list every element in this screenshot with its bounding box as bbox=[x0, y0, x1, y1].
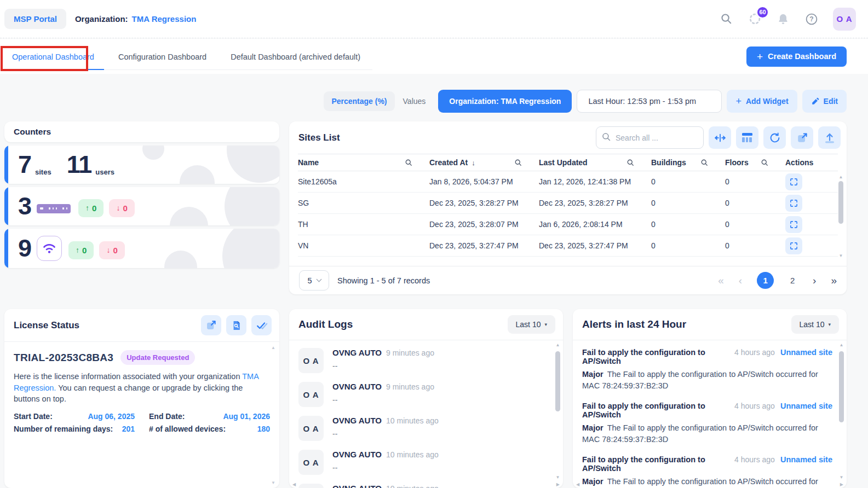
page-size-select[interactable]: 5 bbox=[299, 270, 329, 291]
alert-site-link[interactable]: Unnamed site bbox=[775, 402, 832, 410]
expand-icon bbox=[789, 241, 798, 251]
end-date-label: End Date: bbox=[149, 412, 185, 421]
scroll-down-icon[interactable]: ▼ bbox=[556, 475, 560, 480]
site-updated-cell: Dec 23, 2025, 3:27:47 PM bbox=[539, 235, 651, 257]
switches-count: 3 bbox=[18, 195, 31, 218]
counter-card-access-points[interactable]: 9 ↑0 ↓0 bbox=[4, 229, 279, 268]
sites-table-scrollbar[interactable]: ▲ ▼ bbox=[838, 175, 844, 258]
scroll-down-icon[interactable]: ▼ bbox=[840, 475, 844, 480]
user-avatar[interactable]: O A bbox=[833, 8, 856, 31]
organization-filter-button[interactable]: Organization: TMA Regression bbox=[438, 90, 572, 113]
scroll-up-icon[interactable]: ▲ bbox=[840, 343, 844, 347]
alert-message: MajorThe Fail to apply the configuration… bbox=[582, 422, 820, 445]
tab-operational-dashboard[interactable]: Operational Dashboard bbox=[0, 45, 106, 69]
audit-avatar: O A bbox=[298, 484, 324, 488]
open-external-button[interactable] bbox=[791, 126, 813, 149]
expand-site-button[interactable] bbox=[785, 173, 802, 190]
scroll-up-icon[interactable]: ▲ bbox=[839, 175, 843, 179]
column-header-last-updated[interactable]: Last Updated bbox=[539, 154, 651, 171]
scroll-down-icon[interactable]: ▼ bbox=[271, 480, 275, 485]
switches-down-badge: ↓0 bbox=[109, 199, 134, 217]
msp-portal-button[interactable]: MSP Portal bbox=[4, 9, 66, 29]
column-search-icon[interactable] bbox=[761, 159, 769, 167]
alert-site-link[interactable]: Unnamed site bbox=[775, 455, 832, 464]
last-page-button[interactable]: » bbox=[831, 275, 837, 286]
site-actions-cell bbox=[785, 235, 838, 257]
column-search-icon[interactable] bbox=[700, 159, 709, 167]
alert-severity: Major bbox=[582, 423, 603, 432]
column-header-buildings[interactable]: Buildings bbox=[651, 154, 725, 171]
expand-site-button[interactable] bbox=[785, 216, 802, 233]
audit-user-name: OVNG AUTO bbox=[332, 416, 382, 425]
time-range-picker[interactable]: Last Hour: 12:53 pm - 1:53 pm bbox=[577, 90, 722, 113]
tab-default-dashboard[interactable]: Default Dashboard (archived default) bbox=[219, 45, 372, 69]
page-number-button[interactable]: 1 bbox=[757, 272, 774, 289]
export-button[interactable] bbox=[818, 126, 841, 149]
site-updated-cell: Jan 6, 2026, 2:08:14 PM bbox=[539, 214, 651, 235]
sites-search-input[interactable] bbox=[596, 126, 704, 149]
organization-name-link[interactable]: TMA Regression bbox=[132, 14, 197, 24]
counter-card-switches[interactable]: 3 ↑0 ↓0 bbox=[4, 187, 279, 225]
audit-timestamp: 10 minutes ago bbox=[386, 484, 439, 488]
site-row: SGDec 23, 2025, 3:28:27 PMDec 23, 2025, … bbox=[298, 193, 838, 214]
alert-message: MajorThe Fail to apply the configuration… bbox=[582, 476, 820, 488]
site-name-cell: Site12605a bbox=[298, 171, 429, 193]
column-search-icon[interactable] bbox=[405, 159, 413, 167]
audit-timestamp: 9 minutes ago bbox=[386, 382, 434, 391]
audit-log-entry: O AOVNG AUTO10 minutes ago-- bbox=[298, 450, 549, 475]
scroll-down-icon[interactable]: ▼ bbox=[839, 254, 843, 258]
license-approve-button[interactable] bbox=[251, 315, 272, 335]
tab-configuration-dashboard[interactable]: Configuration Dashboard bbox=[106, 45, 219, 69]
sort-desc-icon[interactable]: ↓ bbox=[472, 159, 475, 167]
site-created-cell: Dec 23, 2025, 3:27:47 PM bbox=[429, 235, 539, 257]
first-page-button[interactable]: « bbox=[718, 275, 724, 286]
alerts-scrollbar[interactable]: ▲ ▼ bbox=[838, 343, 844, 480]
caret-down-icon: ▾ bbox=[828, 322, 831, 327]
audit-detail: -- bbox=[332, 463, 439, 472]
sites-count: 7 bbox=[18, 154, 31, 176]
column-header-created-at[interactable]: Created At↓ bbox=[429, 154, 539, 171]
values-toggle[interactable]: Values bbox=[400, 91, 429, 111]
site-actions-cell bbox=[785, 171, 838, 193]
previous-page-button[interactable]: ‹ bbox=[739, 275, 742, 286]
alerts-range-filter[interactable]: Last 10▾ bbox=[791, 315, 839, 334]
column-search-icon[interactable] bbox=[626, 159, 635, 167]
percentage-toggle[interactable]: Percentage (%) bbox=[324, 91, 394, 111]
license-review-document-button[interactable] bbox=[226, 315, 246, 335]
manage-columns-button[interactable] bbox=[736, 126, 758, 149]
next-page-button[interactable]: › bbox=[813, 275, 816, 286]
column-search-icon[interactable] bbox=[514, 159, 522, 167]
column-header-floors[interactable]: Floors bbox=[725, 154, 785, 171]
counter-card-sites-users[interactable]: 7 sites 11 users bbox=[4, 146, 279, 184]
license-open-external-button[interactable] bbox=[201, 315, 221, 335]
fit-columns-button[interactable] bbox=[709, 126, 731, 149]
create-dashboard-button[interactable]: + Create Dashboard bbox=[746, 47, 847, 67]
audit-scrollbar[interactable]: ▲ ▼ bbox=[555, 343, 561, 480]
audit-log-entry: O AOVNG AUTO10 minutes ago-- bbox=[298, 416, 549, 441]
refresh-button[interactable] bbox=[763, 126, 786, 149]
bell-icon[interactable] bbox=[776, 12, 790, 26]
page-number-button[interactable]: 2 bbox=[787, 276, 798, 285]
remaining-days-value: 201 bbox=[122, 425, 135, 433]
sync-spinner-icon[interactable]: 60 bbox=[748, 12, 762, 26]
search-icon[interactable] bbox=[719, 12, 733, 26]
scroll-up-icon[interactable]: ▲ bbox=[271, 345, 275, 350]
expand-site-button[interactable] bbox=[785, 195, 802, 212]
alert-site-link[interactable]: Unnamed site bbox=[775, 348, 832, 357]
license-details: Start Date:Aug 06, 2025 End Date:Aug 01,… bbox=[14, 412, 270, 433]
add-widget-button[interactable]: + Add Widget bbox=[727, 90, 797, 113]
expand-site-button[interactable] bbox=[785, 237, 802, 254]
audit-range-filter[interactable]: Last 10▾ bbox=[508, 315, 555, 334]
site-created-cell: Dec 23, 2025, 3:28:27 PM bbox=[429, 193, 539, 214]
column-header-name[interactable]: Name bbox=[298, 154, 429, 171]
users-count-label: users bbox=[95, 168, 114, 176]
edit-button[interactable]: Edit bbox=[802, 90, 847, 113]
alerts-title: Alerts in last 24 Hour bbox=[582, 318, 686, 330]
counters-title: Counters bbox=[14, 127, 51, 137]
audit-timestamp: 10 minutes ago bbox=[386, 416, 439, 425]
access-points-count: 9 bbox=[18, 237, 31, 260]
column-header-actions: Actions bbox=[785, 154, 838, 171]
scroll-up-icon[interactable]: ▲ bbox=[556, 343, 560, 347]
alert-title: Fail to apply the configuration to AP/Sw… bbox=[582, 402, 731, 419]
help-icon[interactable]: ? bbox=[804, 12, 819, 26]
